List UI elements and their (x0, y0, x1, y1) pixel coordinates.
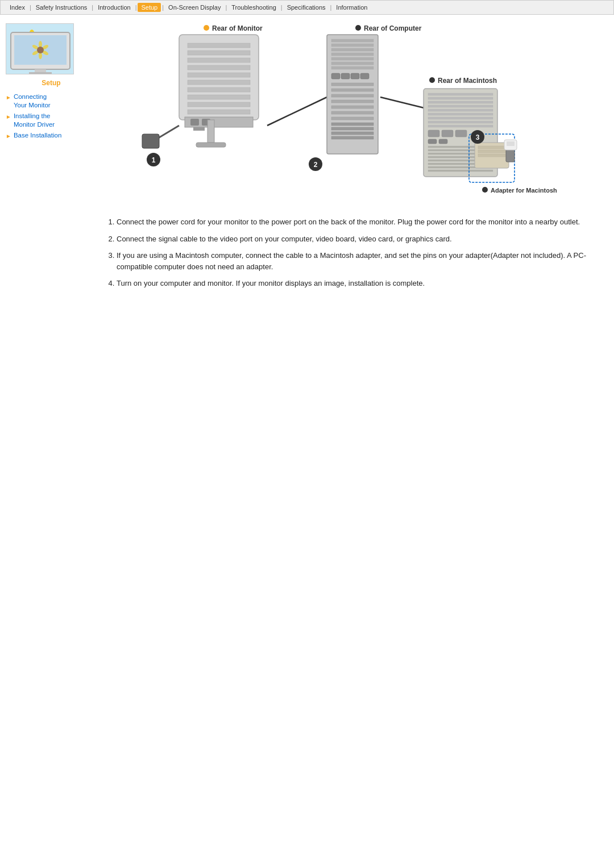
svg-rect-32 (188, 102, 250, 107)
svg-text:Adapter for Macintosh: Adapter for Macintosh (491, 187, 557, 194)
svg-text:2: 2 (314, 161, 318, 169)
svg-rect-54 (331, 57, 374, 60)
svg-rect-37 (193, 127, 205, 131)
svg-rect-39 (196, 143, 226, 147)
nav-sep-3: | (134, 4, 138, 11)
svg-line-44 (267, 97, 327, 126)
nav-sep-2: | (90, 4, 94, 11)
svg-rect-14 (29, 72, 52, 74)
svg-rect-51 (331, 44, 374, 47)
connection-diagram: Rear of Monitor (105, 23, 577, 199)
svg-rect-61 (331, 83, 374, 86)
svg-rect-80 (428, 109, 493, 111)
svg-rect-65 (331, 106, 374, 108)
svg-rect-100 (478, 146, 505, 149)
sidebar-item-installing[interactable]: ► Installing theMonitor Driver (6, 112, 97, 129)
svg-rect-78 (428, 101, 493, 103)
svg-rect-29 (188, 80, 250, 85)
svg-rect-53 (331, 53, 374, 56)
svg-rect-83 (428, 121, 493, 123)
svg-rect-81 (428, 113, 493, 115)
svg-rect-102 (478, 154, 505, 157)
nav-sep-5: | (224, 4, 228, 11)
main-container: Setup ► ConnectingYour Monitor ► Install… (0, 15, 614, 303)
sidebar: Setup ► ConnectingYour Monitor ► Install… (6, 20, 97, 298)
svg-rect-86 (442, 130, 453, 137)
svg-rect-101 (478, 150, 505, 153)
sidebar-item-base[interactable]: ► Base Installation (6, 131, 97, 140)
svg-text:3: 3 (476, 133, 480, 141)
sidebar-item-connecting[interactable]: ► ConnectingYour Monitor (6, 93, 97, 110)
diagram-container: Rear of Monitor (105, 23, 600, 205)
svg-rect-35 (190, 119, 199, 126)
svg-rect-87 (455, 130, 467, 137)
sidebar-connecting-label: ConnectingYour Monitor (14, 93, 51, 110)
svg-rect-30 (188, 87, 250, 92)
svg-rect-52 (331, 48, 374, 51)
nav-troubleshoot[interactable]: Troubleshooting (228, 3, 279, 12)
svg-rect-85 (428, 130, 439, 137)
arrow-icon-installing: ► (6, 113, 11, 120)
instructions-list: Connect the power cord for your monitor … (105, 216, 600, 289)
nav-info[interactable]: Information (333, 3, 371, 12)
instruction-2: Connect the signal cable to the video po… (117, 233, 600, 245)
svg-rect-60 (360, 73, 369, 79)
svg-text:Rear of Computer: Rear of Computer (364, 24, 422, 32)
svg-rect-38 (208, 120, 214, 143)
svg-rect-13 (35, 69, 46, 72)
svg-point-73 (429, 77, 435, 83)
svg-rect-57 (331, 73, 340, 79)
nav-specs[interactable]: Specifications (284, 3, 329, 12)
sidebar-base-label: Base Installation (14, 131, 61, 140)
navigation-bar: Index | Safety Instructions | Introducti… (0, 0, 614, 15)
svg-rect-88 (428, 139, 437, 144)
nav-intro[interactable]: Introduction (94, 3, 134, 12)
svg-rect-33 (188, 110, 250, 114)
sidebar-setup-label: Setup (6, 79, 97, 87)
svg-rect-68 (331, 123, 374, 126)
nav-index[interactable]: Index (6, 3, 28, 12)
svg-rect-105 (507, 141, 515, 146)
svg-line-72 (380, 97, 426, 108)
rear-monitor-label: Rear of Monitor (212, 24, 263, 32)
sidebar-thumbnail (6, 23, 74, 74)
svg-rect-26 (188, 58, 250, 62)
svg-rect-31 (188, 95, 250, 99)
svg-rect-64 (331, 100, 374, 103)
svg-rect-71 (331, 136, 374, 139)
svg-rect-84 (428, 125, 493, 127)
svg-text:Rear of  Macintosh: Rear of Macintosh (438, 77, 497, 85)
nav-sep-1: | (28, 4, 32, 11)
instruction-1: Connect the power cord for your monitor … (117, 216, 600, 228)
svg-rect-27 (188, 65, 250, 70)
svg-rect-28 (188, 73, 250, 77)
svg-rect-66 (331, 111, 374, 114)
svg-point-21 (37, 47, 44, 53)
nav-sep-4: | (161, 4, 165, 11)
nav-sep-7: | (329, 4, 333, 11)
svg-rect-79 (428, 105, 493, 107)
svg-rect-59 (351, 73, 359, 79)
sidebar-installing-label: Installing theMonitor Driver (14, 112, 55, 129)
nav-setup[interactable]: Setup (138, 3, 161, 12)
svg-rect-56 (331, 66, 374, 69)
svg-rect-77 (428, 97, 493, 99)
svg-point-108 (482, 187, 488, 193)
svg-rect-103 (506, 149, 515, 162)
nav-safety[interactable]: Safety Instructions (32, 3, 91, 12)
svg-rect-67 (331, 117, 374, 120)
svg-rect-24 (188, 43, 250, 48)
nav-sep-6: | (280, 4, 284, 11)
arrow-icon-base: ► (6, 132, 11, 140)
arrow-icon-connecting: ► (6, 94, 11, 101)
instruction-3: If you are using a Macintosh computer, c… (117, 250, 600, 272)
svg-rect-25 (188, 51, 250, 55)
svg-point-47 (355, 25, 361, 31)
svg-rect-62 (331, 89, 374, 91)
nav-osd[interactable]: On-Screen Display (165, 3, 224, 12)
svg-rect-55 (331, 62, 374, 65)
svg-rect-76 (428, 93, 493, 95)
instruction-4: Turn on your computer and monitor. If yo… (117, 278, 600, 289)
svg-rect-69 (331, 127, 374, 130)
svg-point-22 (204, 25, 209, 31)
